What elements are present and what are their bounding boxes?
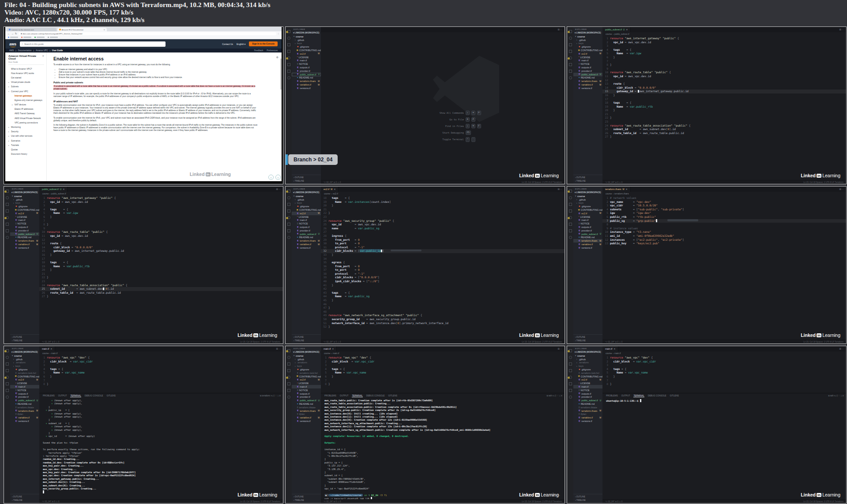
forward-icon[interactable]: → (11, 32, 14, 35)
status-left[interactable]: ⌥ 02_04* ⊗ 0 ⚠ 0 (605, 181, 622, 183)
panel-tab-output[interactable]: OUTPUT (340, 395, 349, 397)
editor-actions[interactable]: ⊞ ⋯ (839, 346, 846, 351)
panel-tab-debug-console[interactable]: DEBUG CONSOLE (366, 395, 385, 397)
outline-section[interactable]: › OUTLINE (12, 495, 38, 499)
source-control-icon[interactable] (287, 43, 290, 46)
file-item-ec2.tf[interactable]: ◧ec2.tfM (573, 52, 602, 56)
file-item-course[interactable]: ▾course (10, 194, 39, 198)
file-item-main.tf[interactable]: ◧main.tf (573, 219, 602, 222)
timeline-section[interactable]: › TIMELINE (575, 179, 601, 183)
file-item-terraform.tfstate[interactable]: ▯terraform.tfstate (573, 406, 602, 409)
file-item-.gitignore[interactable]: ◆.gitignore (10, 205, 39, 208)
settings-gear-icon[interactable] (569, 396, 572, 399)
sidebar-item-use-with-other-services[interactable]: ▸Use with other services (8, 134, 44, 138)
file-item-LICENSE[interactable]: ▪LICENSE (10, 381, 39, 385)
file-item-main.tf[interactable]: ◧main.tf (573, 59, 602, 63)
file-item-main.tf[interactable]: ◧main.tf (573, 385, 602, 388)
file-item-LICENSE[interactable]: ▪LICENSE (573, 215, 602, 219)
breadcrumb[interactable]: course›main.tf (321, 351, 565, 355)
file-item-ec2.tf[interactable]: ◧ec2.tfM (292, 378, 321, 382)
editor-actions[interactable]: ⊞ ⋯ (276, 346, 283, 351)
file-item-terraform.tfstate[interactable]: ▯terraform.tfstate (10, 406, 39, 409)
file-item-variables.tf[interactable]: ◧variables.tfM (10, 243, 39, 246)
file-item-README.md[interactable]: ●README.md (10, 402, 39, 406)
panel-tab-output[interactable]: OUTPUT (58, 395, 67, 397)
editor-tab-main.tf[interactable]: main.tf✕ (321, 346, 337, 351)
file-item-NOTICE[interactable]: ▯NOTICE (292, 222, 321, 225)
file-item-main.tf[interactable]: ◧main.tf (10, 385, 39, 388)
file-item-public_subnet.tf[interactable]: ◧public_subnet.tfU (10, 399, 39, 402)
file-item-provider.tf[interactable]: ◧provider.tf (292, 69, 321, 73)
file-item-.gitignore[interactable]: ◆.gitignore (292, 368, 321, 371)
crumb-root[interactable]: course (606, 33, 612, 35)
breadcrumb-item[interactable]: Amazon VPC (36, 49, 48, 52)
file-item-course[interactable]: ▾course (292, 35, 321, 38)
workspace-row[interactable]: ▾ LINKEDIN (WORKSPACE) (292, 351, 321, 354)
preferences-link[interactable]: Preferences (267, 49, 278, 52)
file-item-variables.tf[interactable]: ◧variables.tfM (292, 416, 321, 419)
tab-close-icon[interactable]: ✕ (626, 188, 628, 190)
editor-actions[interactable]: ⊞ ⋯ (839, 187, 846, 192)
status-right[interactable]: Ln 15, Col 18 Spaces: 2 UTF-8 LF Terrafo… (240, 341, 280, 343)
source-control-icon[interactable] (569, 203, 572, 206)
source-control-icon[interactable] (287, 362, 290, 366)
workspace-row[interactable]: ▾ LINKEDIN (WORKSPACE) (573, 191, 602, 194)
file-item-versions.tf[interactable]: ◧versions.tf (292, 246, 321, 250)
remote-explorer-icon[interactable] (569, 389, 572, 392)
file-item-tfplan[interactable]: ▯tfplan (292, 413, 321, 416)
breadcrumb[interactable]: course›main.tf (602, 351, 846, 355)
code-editor[interactable]: 18 tags = {19 Name = var.instances[count… (321, 195, 565, 340)
run-debug-icon[interactable] (287, 209, 290, 213)
run-debug-icon[interactable] (6, 209, 9, 213)
docker-icon[interactable] (287, 63, 290, 66)
file-item-NOTICE[interactable]: ▯NOTICE (292, 62, 321, 66)
file-item-versions.tf[interactable]: ◧versions.tf (573, 246, 602, 250)
crumb-root[interactable]: course (42, 193, 49, 195)
crumb-file[interactable]: main.tf (51, 352, 57, 355)
file-item-NOTICE[interactable]: ▯NOTICE (292, 388, 321, 392)
file-item-provider.tf[interactable]: ◧provider.tf (573, 396, 602, 399)
panel-tab-gitlens[interactable]: GITLENS (388, 395, 398, 397)
code-editor[interactable]: 1# network values2vpc_name = "vpc-dev"3v… (602, 195, 846, 340)
sidebar-item-nat-devices[interactable]: ▸NAT devices (8, 103, 44, 107)
run-debug-icon[interactable] (569, 369, 572, 372)
file-item-ec2.tf[interactable]: ◧ec2.tfM (573, 378, 602, 382)
status-right[interactable]: Ln 15, Col 18 Spaces: 2 UTF-8 LF Terrafo… (240, 500, 280, 503)
file-item-variables.tf[interactable]: ◧variables.tfM (10, 416, 39, 419)
file-item-provider.tf[interactable]: ◧provider.tf (292, 396, 321, 399)
breadcrumb[interactable]: course›public_subnet.tf (39, 192, 283, 195)
file-item-public_subnet.tf[interactable]: ◧public_subnet.tfU (292, 232, 321, 236)
editor-tab-public_subnet.tf[interactable]: public_subnet.tfU✕ (602, 27, 631, 32)
remote-explorer-icon[interactable] (287, 229, 290, 232)
chevron-icon[interactable]: › (331, 193, 332, 195)
file-item-terraform.tfvars[interactable]: ◧terraform.tfvarsM (292, 239, 321, 243)
run-debug-icon[interactable] (287, 369, 290, 372)
file-item-terraform.tfvars[interactable]: ◧terraform.tfvarsM (10, 239, 39, 243)
files-icon[interactable] (6, 349, 9, 352)
sidebar-item-security[interactable]: ▸Security (8, 130, 44, 134)
file-item-LICENSE[interactable]: ▪LICENSE (573, 381, 602, 385)
file-item-LICENSE[interactable]: ▪LICENSE (292, 56, 321, 59)
run-debug-icon[interactable] (287, 50, 290, 53)
status-left[interactable]: ⌥ 02_04* ⊗ 0 ⚠ 0 (42, 500, 59, 503)
file-item-.terraform[interactable]: ›.terraform (10, 361, 39, 365)
panel-tab-terminal[interactable]: TERMINAL (633, 395, 644, 397)
editor-tab-main.tf[interactable]: main.tf✕ (602, 346, 618, 351)
crumb-file[interactable]: public_subnet.tf (614, 33, 629, 35)
file-item-.gitignore[interactable]: ◆.gitignore (292, 205, 321, 208)
file-item-main.tf[interactable]: ◧main.tf (292, 219, 321, 222)
sidebar-item-aws-transit-gateway[interactable]: AWS Transit Gateway (8, 112, 44, 116)
file-item-provider.tf[interactable]: ◧provider.tf (292, 229, 321, 232)
search-icon[interactable] (6, 356, 9, 359)
status-right[interactable]: Ln 15, Col 18 Spaces: 2 UTF-8 LF Terrafo… (803, 341, 843, 343)
file-item-public_subnet.tf[interactable]: ◧public_subnet.tfU (10, 232, 39, 236)
file-item-outputs.tf[interactable]: ◧outputs.tf (292, 225, 321, 229)
file-item-outputs.tf[interactable]: ◧outputs.tf (10, 225, 39, 229)
docker-icon[interactable] (6, 382, 9, 385)
file-item-CONTRIBUTING.md[interactable]: ▣CONTRIBUTING.md (10, 208, 39, 212)
timeline-section[interactable]: › TIMELINE (575, 339, 601, 343)
file-item-course[interactable]: ▾course (292, 194, 321, 198)
chevron-icon[interactable]: › (331, 352, 332, 355)
chevron-icon[interactable]: › (613, 352, 614, 355)
status-right[interactable]: Ln 15, Col 18 Spaces: 2 UTF-8 LF Terrafo… (522, 500, 562, 503)
